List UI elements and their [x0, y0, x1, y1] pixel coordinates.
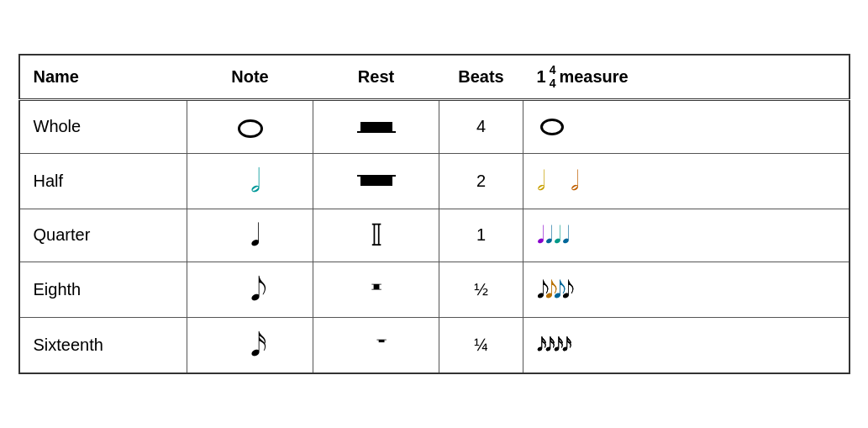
measure-notes-1: 𝅗𝅥 𝅗𝅥 [537, 162, 835, 200]
music-notes-table: Name Note Rest Beats 1 4 4 measure [18, 54, 850, 374]
row-measure-3: 𝅘𝅥𝅮𝅘𝅥𝅮 𝅘𝅥𝅮𝅘𝅥𝅮 𝅘𝅥𝅮𝅘𝅥𝅮 𝅘𝅥𝅮𝅘𝅥𝅮 [523, 262, 850, 317]
col-header-beats: Beats [439, 55, 523, 99]
row-name-4: Sixteenth [19, 317, 187, 373]
measure-notes-4: 𝅘𝅥𝅯𝅘𝅥𝅯𝅘𝅥𝅯𝅘𝅥𝅯 𝅘𝅥𝅯𝅘𝅥𝅯𝅘𝅥𝅯𝅘𝅥𝅯 𝅘𝅥𝅯𝅘𝅥𝅯𝅘𝅥𝅯𝅘𝅥𝅯 𝅘𝅥𝅯𝅘𝅥𝅯𝅘𝅥𝅯𝅘𝅥𝅯 [537, 332, 835, 358]
time-numerator: 4 [550, 64, 556, 77]
quarter-rest-symbol: 𝕀 [371, 219, 382, 252]
row-note-0 [187, 99, 313, 153]
measure-notes-0 [537, 119, 835, 135]
eighth-rest-symbol: 𝄺 [371, 275, 381, 305]
row-rest-4: 𝄻 [313, 317, 439, 373]
row-note-4: 𝅘𝅥𝅯 [187, 317, 313, 373]
table-row: Half 𝅗𝅥 2 𝅗𝅥 𝅗𝅥 [19, 153, 850, 209]
col-header-name: Name [19, 55, 187, 99]
row-note-2: 𝅘𝅥 [187, 209, 313, 262]
row-beats-3: ½ [439, 262, 523, 317]
row-beats-0: 4 [439, 99, 523, 153]
col-header-note: Note [187, 55, 313, 99]
row-measure-2: 𝅘𝅥 𝅘𝅥 𝅘𝅥 𝅘𝅥 [523, 209, 850, 262]
time-denominator: 4 [550, 77, 556, 90]
row-name-0: Whole [19, 99, 187, 153]
row-measure-0 [523, 99, 850, 153]
row-rest-0 [313, 99, 439, 153]
measure-whole [540, 119, 564, 135]
time-fraction: 4 4 [550, 64, 556, 90]
row-note-1: 𝅗𝅥 [187, 153, 313, 209]
row-rest-3: 𝄺 [313, 262, 439, 317]
header-measure-suffix: measure [559, 67, 628, 87]
row-rest-2: 𝕀 [313, 209, 439, 262]
row-name-3: Eighth [19, 262, 187, 317]
row-measure-1: 𝅗𝅥 𝅗𝅥 [523, 153, 850, 209]
main-table-wrapper: Name Note Rest Beats 1 4 4 measure [18, 54, 850, 374]
row-beats-4: ¼ [439, 317, 523, 373]
measure-notes-2: 𝅘𝅥 𝅘𝅥 𝅘𝅥 𝅘𝅥 [537, 219, 835, 251]
row-beats-1: 2 [439, 153, 523, 209]
table-row: Eighth 𝅘𝅥𝅮 𝄺 ½ 𝅘𝅥𝅮𝅘𝅥𝅮 𝅘𝅥𝅮𝅘𝅥𝅮 𝅘𝅥𝅮𝅘𝅥𝅮 𝅘𝅥𝅮𝅘𝅥𝅮 [19, 262, 850, 317]
row-measure-4: 𝅘𝅥𝅯𝅘𝅥𝅯𝅘𝅥𝅯𝅘𝅥𝅯 𝅘𝅥𝅯𝅘𝅥𝅯𝅘𝅥𝅯𝅘𝅥𝅯 𝅘𝅥𝅯𝅘𝅥𝅯𝅘𝅥𝅯𝅘𝅥𝅯 𝅘𝅥𝅯𝅘𝅥𝅯𝅘𝅥𝅯𝅘𝅥𝅯 [523, 317, 850, 373]
row-name-2: Quarter [19, 209, 187, 262]
row-note-3: 𝅘𝅥𝅮 [187, 262, 313, 317]
col-header-rest: Rest [313, 55, 439, 99]
table-row: Sixteenth 𝅘𝅥𝅯 𝄻 ¼ 𝅘𝅥𝅯𝅘𝅥𝅯𝅘𝅥𝅯𝅘𝅥𝅯 𝅘𝅥𝅯𝅘𝅥𝅯𝅘𝅥𝅯𝅘𝅥𝅯 𝅘𝅥𝅯𝅘𝅥𝅯𝅘𝅥𝅯𝅘𝅥𝅯 𝅘𝅥𝅯𝅘𝅥𝅯𝅘𝅥𝅯𝅘𝅥𝅯 [19, 317, 850, 373]
header-measure-prefix: 1 [537, 67, 546, 87]
half-rest-symbol [357, 175, 396, 192]
table-row: Quarter 𝅘𝅥 𝕀 1 𝅘𝅥 𝅘𝅥 𝅘𝅥 𝅘𝅥 [19, 209, 850, 262]
row-rest-1 [313, 153, 439, 209]
row-beats-2: 1 [439, 209, 523, 262]
table-row: Whole 4 [19, 99, 850, 153]
header-time-signature: 1 4 4 measure [537, 64, 629, 90]
row-name-1: Half [19, 153, 187, 209]
header-row: Name Note Rest Beats 1 4 4 measure [19, 55, 850, 99]
col-header-measure: 1 4 4 measure [523, 55, 850, 99]
table-body: Whole 4 Half 𝅗𝅥 2 𝅗𝅥 𝅗𝅥 Quarter 𝅘𝅥 𝕀 1 𝅘𝅥 𝅘𝅥 𝅘𝅥 [19, 99, 850, 373]
whole-rest-symbol [357, 120, 396, 137]
measure-notes-3: 𝅘𝅥𝅮𝅘𝅥𝅮 𝅘𝅥𝅮𝅘𝅥𝅮 𝅘𝅥𝅮𝅘𝅥𝅮 𝅘𝅥𝅮𝅘𝅥𝅮 [537, 273, 835, 306]
whole-note-symbol [238, 119, 263, 138]
